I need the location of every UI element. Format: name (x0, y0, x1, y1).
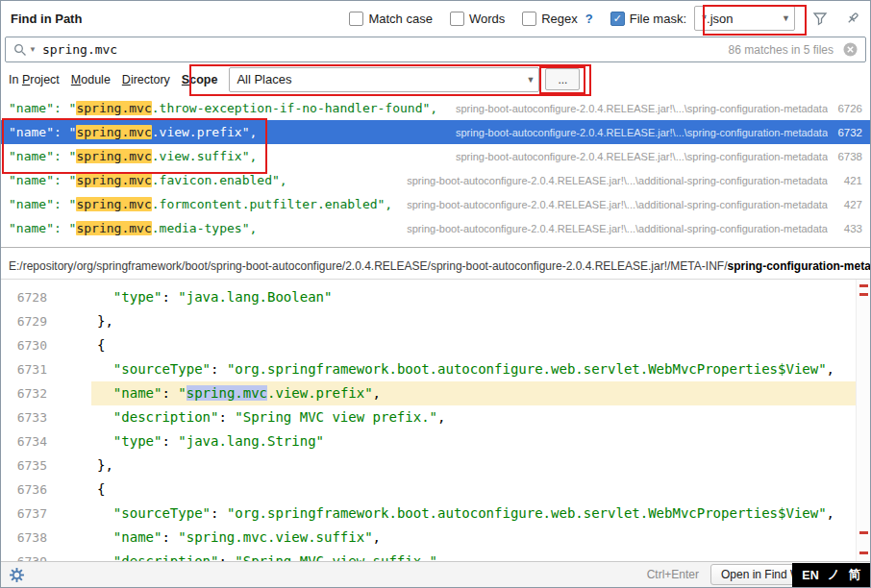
find-in-path-dialog: Find in Path Match caseWordsRegex?✓File … (0, 0, 871, 588)
match-case-checkbox[interactable] (349, 12, 363, 26)
line-number: 6730 (1, 333, 91, 357)
result-path: spring-boot-autoconfigure-2.0.4.RELEASE.… (407, 199, 828, 210)
line-number: 6738 (1, 526, 91, 550)
result-path: spring-boot-autoconfigure-2.0.4.RELEASE.… (407, 175, 828, 186)
stripe-mark (859, 284, 868, 287)
clear-search-icon[interactable] (843, 42, 858, 57)
result-line-number: 421 (828, 175, 862, 186)
ime-cn-label: 简 (849, 567, 861, 583)
ime-language-indicator[interactable]: EN ノ 简 (792, 563, 870, 587)
editor-line: 6732 "name": "spring.mvc.view.prefix", (1, 381, 870, 405)
browse-scopes-button[interactable]: ... (545, 68, 580, 90)
result-line-number: 6732 (828, 127, 862, 138)
editor-line: 6729}, (1, 309, 870, 333)
editor-line-content: "type": "java.lang.String" (91, 429, 870, 453)
editor-line-content: "type": "java.lang.Boolean" (91, 285, 870, 309)
editor-line: 6735}, (1, 453, 870, 478)
editor-preview: 6728 "type": "java.lang.Boolean"6729},67… (1, 280, 870, 561)
words-label: Words (469, 12, 505, 26)
line-number: 6733 (1, 405, 91, 429)
result-path: spring-boot-autoconfigure-2.0.4.RELEASE.… (456, 127, 828, 138)
scope-tab-in-project[interactable]: In Project (9, 73, 60, 86)
editor-line-content: "description": "Spring MVC view suffix."… (91, 550, 870, 561)
match-count: 86 matches in 5 files (729, 43, 834, 57)
editor-line: 6734 "type": "java.lang.String" (1, 429, 870, 453)
search-icon[interactable] (13, 43, 27, 57)
editor-line: 6738 "name": "spring.mvc.view.suffix", (1, 526, 870, 550)
regex-help-link[interactable]: ? (585, 12, 593, 26)
line-number: 6739 (1, 550, 91, 561)
line-number: 6737 (1, 502, 91, 526)
search-input[interactable]: ▼ spring.mvc 86 matches in 5 files (5, 37, 866, 62)
editor-line-content: { (91, 478, 870, 502)
line-number: 6735 (1, 453, 91, 478)
editor-line: 6728 "type": "java.lang.Boolean" (1, 285, 870, 309)
dialog-header: Find in Path Match caseWordsRegex?✓File … (1, 1, 870, 36)
result-text: "name": "spring.mvc.throw-exception-if-n… (9, 101, 437, 115)
chevron-down-icon: ▼ (782, 13, 790, 23)
scope-combo[interactable]: All Places ▼ (229, 67, 539, 92)
editor-line: 6736{ (1, 478, 870, 502)
editor-line-content: }, (91, 309, 870, 333)
editor-line-content: }, (91, 453, 870, 478)
stripe-mark (859, 551, 868, 554)
scope-tabs: In ProjectModuleDirectoryScope (9, 73, 217, 86)
result-row[interactable]: "name": "spring.mvc.throw-exception-if-n… (1, 96, 870, 120)
result-text: "name": "spring.mvc.media-types", (9, 221, 257, 235)
settings-gear-icon[interactable] (9, 567, 25, 583)
line-number: 6731 (1, 357, 91, 381)
splitter-handle[interactable] (1, 243, 870, 253)
file-mask-combo[interactable]: *.json ▼ (694, 6, 795, 31)
search-query-text: spring.mvc (42, 42, 117, 57)
result-row[interactable]: "name": "spring.mvc.view.suffix",spring-… (1, 144, 870, 168)
stripe-mark (859, 293, 868, 296)
file-mask-value: *.json (702, 12, 734, 26)
file-path: E:/repository/org/springframework/boot/s… (9, 259, 727, 273)
result-row[interactable]: "name": "spring.mvc.formcontent.putfilte… (1, 192, 870, 216)
error-stripe[interactable] (856, 280, 870, 561)
result-text: "name": "spring.mvc.formcontent.putfilte… (9, 197, 392, 211)
file-mask-label: File mask: (630, 12, 686, 26)
result-text: "name": "spring.mvc.view.prefix", (9, 125, 257, 139)
option-file-mask[interactable]: ✓File mask: (610, 12, 686, 26)
shortcut-hint: Ctrl+Enter (647, 568, 699, 581)
file-mask-checkbox[interactable]: ✓ (610, 12, 625, 26)
editor-line: 6733 "description": "Spring MVC view pre… (1, 405, 870, 429)
search-history-chevron-icon[interactable]: ▼ (29, 45, 37, 54)
file-path-filename: spring-configuration-metadata (727, 259, 870, 273)
line-number: 6728 (1, 285, 91, 309)
search-options: Match caseWordsRegex?✓File mask: (332, 12, 686, 26)
result-row[interactable]: "name": "spring.mvc.view.prefix",spring-… (1, 120, 870, 144)
result-row[interactable]: "name": "spring.mvc.favicon.enabled",spr… (1, 168, 870, 192)
chevron-down-icon: ▼ (526, 75, 535, 85)
editor-line-content: "sourceType": "org.springframework.boot.… (91, 502, 870, 526)
option-regex[interactable]: Regex? (522, 12, 593, 26)
match-highlight: spring.mvc (76, 173, 151, 187)
words-checkbox[interactable] (450, 12, 464, 26)
result-line-number: 433 (828, 223, 862, 234)
scope-tab-directory[interactable]: Directory (122, 73, 170, 86)
option-match-case[interactable]: Match case (349, 12, 432, 26)
result-line-number: 6738 (828, 151, 862, 162)
scope-tab-scope[interactable]: Scope (182, 73, 218, 86)
result-path: spring-boot-autoconfigure-2.0.4.RELEASE.… (456, 151, 828, 162)
regex-label: Regex (541, 12, 578, 26)
result-line-number: 6726 (828, 103, 862, 114)
filter-icon[interactable] (812, 11, 828, 26)
match-case-label: Match case (368, 12, 432, 26)
pin-icon[interactable] (845, 11, 860, 26)
editor-line-content: "sourceType": "org.springframework.boot.… (91, 357, 870, 381)
match-highlight: spring.mvc (76, 125, 151, 139)
option-words[interactable]: Words (450, 12, 505, 26)
ime-toggle-icon: ノ (828, 567, 840, 583)
result-path: spring-boot-autoconfigure-2.0.4.RELEASE.… (407, 223, 828, 234)
editor-line-content: "name": "spring.mvc.view.prefix", (91, 381, 870, 405)
editor-lines: 6728 "type": "java.lang.Boolean"6729},67… (1, 280, 870, 561)
editor-line-content: "description": "Spring MVC view prefix."… (91, 405, 870, 429)
regex-checkbox[interactable] (522, 12, 536, 26)
dialog-title: Find in Path (11, 12, 82, 26)
result-row[interactable]: "name": "spring.mvc.media-types",spring-… (1, 216, 870, 240)
scope-value: All Places (236, 72, 291, 86)
match-highlight: spring.mvc (76, 149, 151, 163)
scope-tab-module[interactable]: Module (71, 73, 111, 86)
